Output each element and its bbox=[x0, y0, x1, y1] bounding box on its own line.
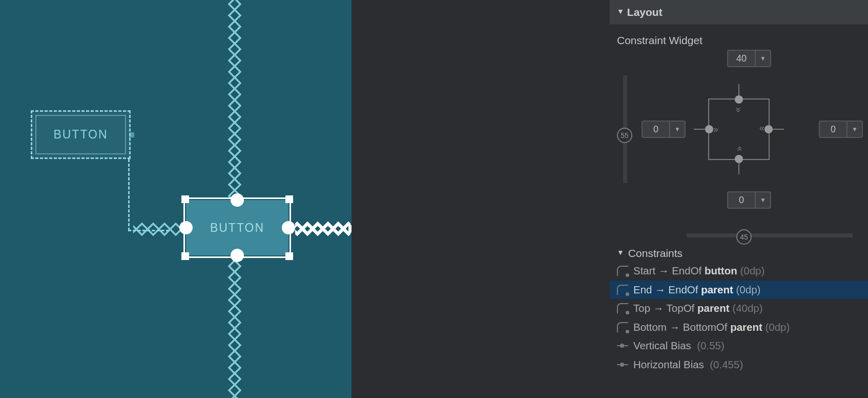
constraint-spring-top bbox=[227, 0, 242, 200]
constraint-anchor-end[interactable] bbox=[282, 221, 295, 234]
bias-text: Horizontal Bias (0.455) bbox=[633, 360, 743, 370]
selection-handle-bottom-left[interactable] bbox=[181, 252, 189, 260]
constraint-widget-label: Constraint Widget bbox=[610, 25, 868, 50]
button-label: BUTTON bbox=[210, 221, 264, 235]
constraint-guide-vertical bbox=[128, 159, 130, 231]
bias-row[interactable]: Horizontal Bias (0.455) bbox=[610, 355, 868, 374]
button-label: BUTTON bbox=[53, 128, 108, 142]
constraint-row[interactable]: End → EndOf parent (0dp) bbox=[610, 281, 868, 300]
constraint-spring-start bbox=[133, 222, 184, 237]
wrap-content-icon: ›› bbox=[760, 125, 764, 134]
layout-section-header[interactable]: ▼ Layout bbox=[610, 0, 868, 25]
constraint-link-bottom bbox=[738, 163, 739, 174]
horizontal-bias-value[interactable]: 45 bbox=[736, 229, 752, 245]
button-widget-sibling[interactable]: BUTTON bbox=[31, 110, 131, 159]
constraint-anchor-start[interactable] bbox=[179, 221, 193, 234]
constraint-spring-bottom bbox=[227, 256, 242, 398]
constraint-icon bbox=[617, 285, 628, 295]
disclosure-triangle-icon: ▼ bbox=[617, 249, 624, 256]
constraint-text: Bottom → BottomOf parent (0dp) bbox=[633, 322, 790, 333]
margin-top-input[interactable]: 40 ▼ bbox=[727, 50, 771, 67]
constraint-anchor-end[interactable] bbox=[764, 125, 773, 133]
constraint-anchor-top[interactable] bbox=[231, 193, 244, 207]
chevron-down-icon[interactable]: ▼ bbox=[755, 51, 770, 66]
constraints-section-header[interactable]: ▼ Constraints bbox=[610, 243, 868, 262]
bias-text: Vertical Bias (0.55) bbox=[633, 341, 725, 351]
constraint-anchor-start[interactable] bbox=[705, 125, 713, 133]
wrap-content-icon: ›› bbox=[734, 107, 743, 111]
constraint-widget-box[interactable]: ›› ›› ›› ›› bbox=[708, 98, 770, 160]
margin-start-input[interactable]: 0 ▼ bbox=[642, 121, 686, 138]
bias-row[interactable]: Vertical Bias (0.55) bbox=[610, 336, 868, 355]
constraint-link-end bbox=[773, 129, 784, 130]
wrap-content-icon: ›› bbox=[734, 147, 743, 151]
constraint-icon bbox=[617, 322, 628, 332]
chevron-down-icon[interactable]: ▼ bbox=[755, 192, 770, 208]
margin-bottom-input[interactable]: 0 ▼ bbox=[727, 191, 771, 209]
constraint-text: Top → TopOf parent (40dp) bbox=[633, 303, 763, 314]
design-canvas[interactable]: BUTTON BUTTON bbox=[0, 0, 352, 398]
section-title: Layout bbox=[627, 7, 663, 17]
constraint-text: End → EndOf parent (0dp) bbox=[633, 285, 760, 295]
constraint-text: Start → EndOf button (0dp) bbox=[633, 266, 764, 276]
wrap-content-icon: ›› bbox=[713, 125, 717, 134]
constraint-row[interactable]: Bottom → BottomOf parent (0dp) bbox=[610, 318, 868, 337]
margin-end-input[interactable]: 0 ▼ bbox=[819, 121, 863, 138]
constraint-anchor-bottom[interactable] bbox=[735, 155, 743, 163]
horizontal-bias-slider[interactable] bbox=[687, 233, 853, 237]
constraint-anchor-bottom[interactable] bbox=[231, 249, 244, 262]
constraint-row[interactable]: Top → TopOf parent (40dp) bbox=[610, 299, 868, 318]
chevron-down-icon[interactable]: ▼ bbox=[669, 122, 685, 137]
selection-handle-top-left[interactable] bbox=[181, 195, 189, 203]
constraint-widget[interactable]: 55 40 ▼ 0 ▼ 0 ▼ 0 ▼ ›› ›› bbox=[610, 50, 868, 209]
bias-icon bbox=[617, 345, 628, 346]
constraint-row[interactable]: Start → EndOf button (0dp) bbox=[610, 262, 868, 281]
constraints-list: Start → EndOf button (0dp)End → EndOf pa… bbox=[610, 262, 868, 374]
section-title: Constraints bbox=[628, 248, 683, 258]
editor-background bbox=[352, 0, 610, 398]
constraint-spring-end bbox=[295, 221, 350, 237]
chevron-down-icon[interactable]: ▼ bbox=[846, 122, 862, 137]
selection-handle-top-right[interactable] bbox=[285, 195, 293, 203]
bias-icon bbox=[617, 364, 628, 365]
disclosure-triangle-icon: ▼ bbox=[617, 8, 624, 15]
constraint-icon bbox=[617, 303, 628, 313]
attributes-panel: ▼ Layout Constraint Widget 55 40 ▼ 0 ▼ 0… bbox=[610, 0, 868, 398]
constraint-link-start bbox=[694, 129, 705, 130]
button-widget-selected[interactable]: BUTTON bbox=[186, 200, 288, 255]
constraint-anchor-top[interactable] bbox=[735, 95, 743, 104]
constraint-icon bbox=[617, 266, 628, 276]
constraint-link-top bbox=[738, 84, 739, 95]
vertical-bias-value[interactable]: 55 bbox=[617, 128, 632, 143]
selection-handle-bottom-right[interactable] bbox=[285, 252, 293, 260]
